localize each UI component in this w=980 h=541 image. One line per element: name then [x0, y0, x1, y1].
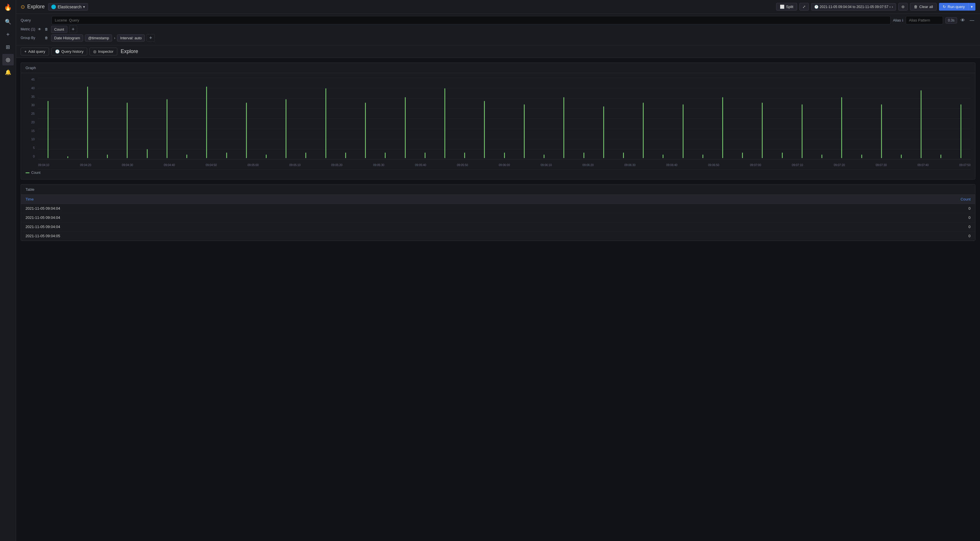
metric-eye-button[interactable]: 👁 [37, 27, 43, 32]
bar[interactable] [961, 104, 961, 158]
query-time-badge: 0.3s [945, 17, 957, 24]
bar[interactable] [48, 101, 48, 158]
bar[interactable] [643, 103, 644, 158]
datasource-selector[interactable]: Elasticsearch ▾ [48, 3, 88, 11]
bar[interactable] [504, 153, 505, 158]
bar[interactable] [87, 87, 88, 158]
bar[interactable] [444, 88, 445, 158]
bar-group [336, 78, 355, 158]
groupby-interval-pill[interactable]: Interval: auto [117, 34, 145, 41]
bar[interactable] [345, 153, 346, 158]
bar[interactable] [861, 155, 862, 158]
time-range-nav-next[interactable]: › [892, 5, 893, 9]
table-row[interactable]: 2021-11-05 09:04:040 [21, 213, 975, 222]
add-query-button[interactable]: + Add query [21, 48, 49, 55]
groupby-type-pill[interactable]: Date Histogram [51, 34, 83, 41]
bar[interactable] [722, 97, 723, 158]
graph-canvas: 051015202530354045 09:04:1009:04:2009:04… [25, 78, 970, 169]
table-row[interactable]: 2021-11-05 09:04:040 [21, 204, 975, 213]
bar[interactable] [186, 155, 187, 158]
time-range-nav-prev[interactable]: ‹ [889, 5, 891, 9]
bar[interactable] [246, 103, 247, 158]
bar[interactable] [405, 97, 406, 158]
bar[interactable] [782, 153, 783, 158]
clear-all-button[interactable]: 🗑 Clear all [910, 3, 937, 11]
bar[interactable] [385, 153, 386, 158]
x-axis-label: 09:07:10 [792, 163, 803, 167]
groupby-add-button[interactable]: + [146, 34, 155, 41]
bar[interactable] [365, 103, 366, 158]
time-range-picker[interactable]: 🕐 2021-11-05 09:04:04 to 2021-11-05 09:0… [811, 3, 896, 11]
share-button[interactable]: ⤢ [799, 3, 809, 11]
bar[interactable] [901, 155, 902, 158]
x-axis-label: 09:07:00 [750, 163, 761, 167]
bar[interactable] [524, 104, 525, 158]
table-col-time-header[interactable]: Time [25, 197, 936, 201]
x-axis-label: 09:07:30 [876, 163, 887, 167]
sidebar-item-alerts[interactable]: 🔔 [2, 67, 14, 78]
run-query-button[interactable]: ↻ Run query [939, 3, 968, 11]
table-row[interactable]: 2021-11-05 09:04:040 [21, 222, 975, 231]
run-query-chevron-button[interactable]: ▾ [968, 3, 975, 11]
bar[interactable] [584, 153, 584, 158]
bar-group [58, 78, 77, 158]
zoom-out-button[interactable]: ⊖ [898, 3, 908, 11]
bar[interactable] [841, 97, 842, 158]
bar[interactable] [702, 155, 703, 158]
bar[interactable] [881, 104, 882, 158]
bar[interactable] [682, 104, 684, 158]
query-eye-button[interactable]: 👁 [959, 17, 966, 24]
table-row[interactable]: 2021-11-05 09:04:050 [21, 231, 975, 241]
bar[interactable] [563, 97, 564, 158]
table-cell-time: 2021-11-05 09:04:04 [25, 206, 936, 211]
sidebar-item-search[interactable]: 🔍 [2, 16, 14, 27]
chart-legend: Count [25, 169, 970, 175]
bar[interactable] [127, 103, 127, 158]
bar[interactable] [802, 104, 802, 158]
bar[interactable] [67, 156, 68, 158]
metric-delete-button[interactable]: 🗑 [44, 27, 49, 32]
bar[interactable] [266, 155, 267, 158]
bar[interactable] [305, 153, 306, 158]
query-remove-button[interactable]: — [969, 17, 975, 24]
groupby-field-pill[interactable]: @timestamp [85, 34, 112, 41]
sidebar-item-explore[interactable]: ◎ [2, 54, 14, 65]
table-col-count-header[interactable]: Count [936, 197, 970, 201]
bar-group [177, 78, 197, 158]
metric-add-button[interactable]: + [69, 26, 77, 33]
bar[interactable] [484, 101, 485, 158]
bar-group [475, 78, 494, 158]
bar[interactable] [742, 153, 743, 158]
bar[interactable] [603, 107, 604, 158]
bar[interactable] [206, 87, 207, 158]
bar[interactable] [286, 99, 286, 158]
alias-input[interactable] [906, 16, 943, 24]
bar-group [98, 78, 117, 158]
sidebar-item-add[interactable]: + [2, 29, 14, 40]
run-query-label: Run query [948, 5, 965, 9]
bar[interactable] [940, 155, 941, 158]
explore-nav-icon: ⊙ [21, 4, 25, 10]
bar[interactable] [544, 155, 544, 158]
bar[interactable] [821, 155, 822, 158]
bar[interactable] [425, 153, 425, 158]
bar[interactable] [623, 153, 624, 158]
bar[interactable] [762, 103, 763, 158]
sidebar-item-dashboards[interactable]: ⊞ [2, 41, 14, 53]
query-history-button[interactable]: 🕐 Query history [51, 48, 87, 55]
bar[interactable] [663, 155, 663, 158]
graph-container: 051015202530354045 09:04:1009:04:2009:04… [21, 73, 975, 179]
inspector-button[interactable]: ◎ Inspector [89, 48, 117, 55]
groupby-delete-button[interactable]: 🗑 [44, 35, 49, 40]
bar[interactable] [107, 155, 108, 158]
explore-icon: ◎ [6, 56, 10, 63]
bar[interactable] [325, 88, 326, 158]
bar[interactable] [147, 149, 148, 158]
split-button[interactable]: ⬜ Split [776, 3, 797, 11]
bar[interactable] [464, 153, 465, 158]
metric-type-pill[interactable]: Count [51, 26, 67, 33]
bar[interactable] [226, 153, 227, 158]
query-input[interactable] [52, 16, 891, 24]
bar[interactable] [921, 90, 921, 158]
bar[interactable] [167, 99, 167, 158]
